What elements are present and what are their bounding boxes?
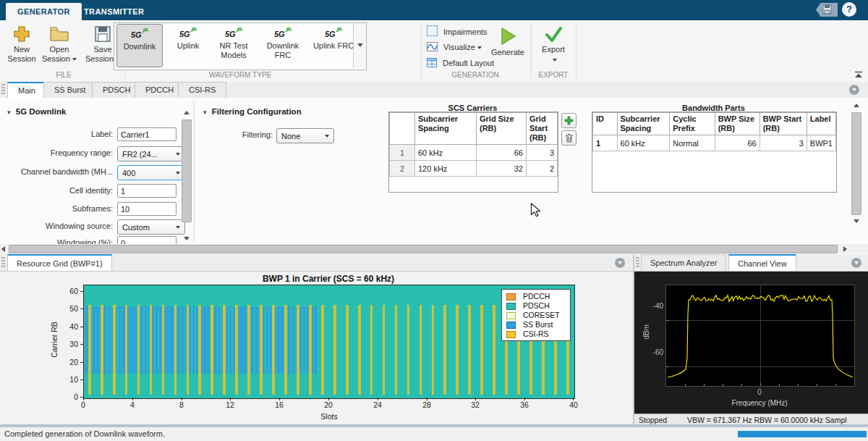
help-button[interactable]: ? — [842, 2, 856, 17]
scroll-down-arrow[interactable] — [184, 237, 190, 240]
cell-grid-start[interactable]: 3 — [527, 145, 558, 161]
label-field[interactable] — [117, 127, 176, 141]
downlink-section-header[interactable]: ▾ 5G Downlink — [7, 107, 66, 116]
filtering-section-header[interactable]: ▾ Filtering Configuration — [203, 107, 302, 116]
tabstrip-grip-handle[interactable] — [1, 84, 5, 96]
cell-spacing[interactable]: 60 kHz — [415, 145, 477, 161]
open-session-caret-icon — [72, 58, 77, 61]
cell-spacing[interactable]: 120 kHz — [415, 161, 477, 177]
panel-grip-handle[interactable] — [636, 257, 639, 268]
col-header[interactable]: ID — [593, 113, 618, 135]
col-header[interactable]: Subcarrier Spacing — [415, 113, 477, 145]
x-tick-label: 28 — [418, 400, 435, 409]
tab-pdcch[interactable]: PDCCH — [135, 82, 184, 98]
panel-menu-button[interactable] — [849, 85, 859, 95]
panel-menu-button[interactable] — [615, 258, 625, 268]
open-session-button[interactable]: Open Session — [41, 25, 78, 64]
cell-id[interactable]: 1 — [593, 135, 618, 151]
waveform-downlink-item[interactable]: 5G Downlink — [116, 24, 163, 67]
cell-spacing[interactable]: 60 kHz — [617, 135, 670, 151]
tab-spectrum-analyzer[interactable]: Spectrum Analyzer — [641, 254, 726, 271]
scs-carriers-table: Subcarrier Spacing Grid Size (RB) Grid S… — [388, 112, 558, 193]
cell-identity-field[interactable] — [117, 184, 176, 198]
tab-csi-rs[interactable]: CSI-RS — [178, 82, 226, 98]
generate-label: Generate — [491, 48, 524, 56]
visualize-button[interactable]: Visualize — [427, 41, 482, 53]
x-tick-label: 32 — [467, 400, 484, 409]
tab-resource-grid[interactable]: Resource Grid (BWP#1) — [7, 254, 112, 271]
x-tick-label: 4 — [124, 400, 141, 409]
channel-bandwidth-select[interactable]: 400 — [117, 165, 185, 180]
subframes-field[interactable] — [117, 202, 176, 216]
col-header[interactable]: BWP Size (RB) — [715, 113, 760, 135]
quick-save-icon[interactable] — [816, 3, 838, 17]
horizontal-scrollbar[interactable] — [0, 244, 868, 253]
collapse-ribbon-icon[interactable] — [854, 71, 864, 78]
chart-legend: PDCCH PDSCH CORESET SS Burst CSI-RS — [501, 289, 571, 341]
visualize-label: Visualize — [443, 43, 475, 51]
add-row-button[interactable] — [561, 113, 576, 128]
frequency-range-select[interactable]: FR2 (24... — [117, 146, 185, 161]
x-tick-mark — [524, 398, 525, 400]
cell-bwp-size[interactable]: 66 — [715, 135, 760, 151]
tab-channel-view[interactable]: Channel View — [728, 254, 796, 271]
scroll-right-arrow[interactable] — [843, 246, 847, 252]
waveform-nr-test-models-item[interactable]: 5G NR Test Models — [211, 24, 256, 67]
5g-icon: 5G — [324, 26, 343, 39]
main-config-panel: ▾ 5G Downlink Label: Frequency range: FR… — [0, 98, 868, 244]
generate-button[interactable]: Generate — [489, 26, 527, 57]
vertical-scrollbar-thumb[interactable] — [851, 112, 861, 215]
col-header[interactable]: Grid Start (RB) — [527, 113, 558, 145]
tab-main[interactable]: Main — [7, 82, 46, 98]
resource-grid-chart-title: BWP 1 in Carrier (SCS = 60 kHz) — [83, 274, 574, 284]
horizontal-scrollbar-thumb[interactable] — [9, 245, 838, 253]
col-header[interactable]: Subcarrier Spacing — [617, 113, 670, 135]
delete-row-button[interactable] — [561, 130, 576, 146]
scroll-up-arrow[interactable] — [184, 111, 190, 114]
tab-ss-burst[interactable]: SS Burst — [43, 82, 96, 98]
cell-bwp-label[interactable]: BWP1 — [807, 135, 835, 151]
x-tick-mark — [835, 384, 836, 386]
col-header[interactable]: Cyclic Prefix — [670, 113, 715, 135]
legend-item: SS Burst — [506, 320, 566, 329]
visualize-caret-icon — [477, 46, 482, 49]
5g-icon: 5G — [179, 26, 197, 39]
legend-item: PDCCH — [506, 292, 566, 301]
cell-grid-start[interactable]: 2 — [527, 161, 558, 177]
spectrum-tabstrip: Spectrum Analyzer Channel View — [634, 254, 868, 272]
new-session-button[interactable]: New Session — [6, 25, 38, 64]
scroll-down-arrow[interactable] — [854, 219, 859, 223]
tab-transmitter[interactable]: TRANSMITTER — [72, 3, 156, 20]
legend-item: CORESET — [506, 311, 566, 320]
x-tick-label: 36 — [516, 400, 533, 409]
col-header[interactable]: BWP Start (RB) — [760, 113, 807, 135]
col-header[interactable]: Label — [807, 113, 835, 135]
gallery-expand-button[interactable] — [353, 23, 366, 68]
cell-prefix[interactable]: Normal — [670, 135, 715, 151]
export-button[interactable]: Export — [537, 26, 570, 64]
cell-grid-size[interactable]: 66 — [477, 145, 527, 161]
spectrum-trace — [666, 285, 854, 386]
panel-menu-button[interactable] — [851, 258, 861, 268]
panel-grip-handle[interactable] — [1, 257, 5, 268]
y-tick-mark — [80, 362, 83, 363]
vertical-scrollbar-thumb[interactable] — [182, 119, 192, 222]
y-tick-mark — [80, 344, 83, 345]
default-layout-button[interactable]: Default Layout — [427, 57, 494, 69]
impairments-button[interactable]: Impairments — [427, 25, 488, 37]
field-label: Label: — [3, 127, 113, 141]
waveform-uplink-item[interactable]: 5G Uplink — [166, 24, 210, 67]
filtering-select[interactable]: None — [276, 128, 334, 143]
scroll-left-arrow[interactable] — [1, 246, 5, 252]
scroll-up-arrow[interactable] — [854, 104, 859, 107]
windowing-source-select[interactable]: Custom — [117, 219, 185, 235]
x-tick-label: 24 — [369, 400, 386, 409]
collapse-triangle-icon: ▾ — [7, 109, 11, 116]
col-header[interactable]: Grid Size (RB) — [477, 113, 527, 145]
x-axis-label: Frequency (MHz) — [694, 399, 825, 407]
cell-bwp-start[interactable]: 3 — [760, 135, 807, 151]
tab-generator[interactable]: GENERATOR — [6, 3, 82, 20]
waveform-uplink-frc-item[interactable]: 5G Uplink FRC — [310, 24, 357, 67]
waveform-downlink-frc-item[interactable]: 5G Downlink FRC — [259, 24, 307, 67]
cell-grid-size[interactable]: 32 — [477, 161, 527, 177]
